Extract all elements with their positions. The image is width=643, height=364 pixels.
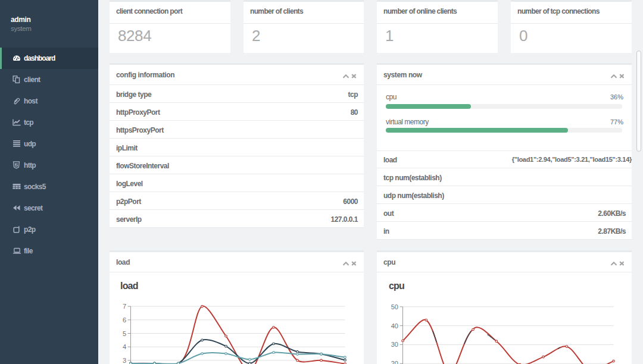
svg-text:6: 6 — [123, 316, 126, 324]
svg-text:3: 3 — [123, 357, 126, 364]
svg-text:40: 40 — [391, 322, 398, 330]
svg-text:4: 4 — [123, 343, 126, 350]
svg-text:7: 7 — [123, 303, 126, 310]
svg-text:30: 30 — [391, 341, 398, 348]
svg-text:50: 50 — [391, 303, 398, 310]
svg-text:20: 20 — [391, 360, 398, 364]
svg-text:5: 5 — [123, 330, 126, 337]
